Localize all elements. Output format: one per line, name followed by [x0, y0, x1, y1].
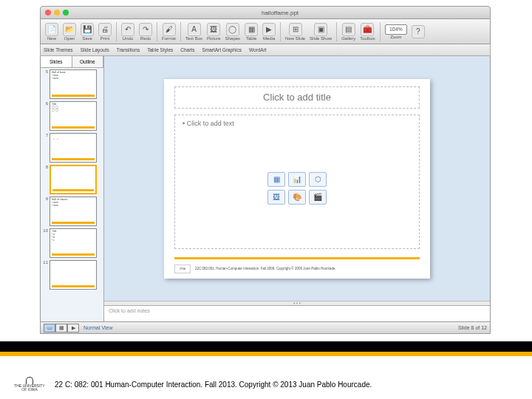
thumbnail-item[interactable]: 11: [42, 260, 102, 290]
slide-counter: Slide 8 of 12: [458, 325, 487, 330]
tab-table-styles[interactable]: Table Styles: [147, 47, 173, 52]
toolbox-icon: 🧰: [361, 23, 374, 36]
print-icon: 🖨: [98, 23, 112, 36]
content-icon-grid: ▦ 📊 ⬡ 🖼 🎨 🎬: [267, 171, 327, 204]
insert-picture-icon[interactable]: 🖼: [267, 189, 285, 204]
notes-placeholder[interactable]: Click to add notes: [104, 305, 490, 321]
document-title: halloffame.ppt: [75, 10, 485, 16]
tab-outline[interactable]: Outline: [72, 56, 104, 67]
canvas-area[interactable]: Click to add title • Click to add text ▦…: [104, 56, 490, 301]
insert-table-icon[interactable]: ▦: [267, 171, 285, 186]
thumbnail-item[interactable]: 10Title• a• b• c: [42, 228, 102, 258]
shapes-button[interactable]: ◯Shapes: [224, 23, 242, 41]
undo-button[interactable]: ↶Undo: [120, 23, 136, 41]
new-button[interactable]: 📄New: [44, 23, 60, 41]
toolbox-button[interactable]: 🧰Toolbox: [358, 23, 377, 41]
slideshow-icon: ▣: [314, 23, 327, 36]
window-titlebar: halloffame.ppt: [40, 6, 491, 19]
redo-button[interactable]: ↷Redo: [137, 23, 154, 41]
close-icon[interactable]: [45, 10, 51, 16]
insert-smartart-icon[interactable]: ⬡: [309, 171, 327, 186]
outer-black-bar: [0, 341, 532, 352]
tab-slides[interactable]: Slides: [41, 56, 72, 67]
insert-chart-icon[interactable]: 📊: [288, 171, 306, 186]
ribbon-toolbar: Slide Themes Slide Layouts Transitions T…: [40, 44, 491, 56]
tab-slide-layouts[interactable]: Slide Layouts: [81, 47, 109, 52]
slideshow-view-button[interactable]: ▶: [67, 324, 79, 332]
media-icon: ▶: [262, 23, 276, 36]
zoom-window-icon[interactable]: [63, 10, 69, 16]
zoom-control[interactable]: 104%Zoom: [383, 24, 409, 39]
view-buttons: ▭ ▦ ▶: [44, 324, 79, 332]
thumbnail-item[interactable]: 5Hall of fame• item• item: [42, 69, 102, 99]
body-placeholder[interactable]: • Click to add text ▦ 📊 ⬡ 🖼 🎨 🎬: [174, 115, 420, 249]
insert-clipart-icon[interactable]: 🎨: [288, 189, 306, 204]
undo-icon: ↶: [121, 23, 134, 36]
gallery-icon: ▤: [342, 23, 355, 36]
new-slide-button[interactable]: ⊞New Slide: [284, 23, 307, 41]
tab-smartart[interactable]: SmartArt Graphics: [202, 47, 241, 52]
thumbnail-list[interactable]: 5Hall of fame• item• item 6Title▢ ▢▢ ▢ 7…: [41, 68, 103, 321]
format-icon: 🖌: [163, 23, 176, 36]
tab-wordart[interactable]: WordArt: [249, 47, 267, 52]
window-controls: [45, 10, 69, 16]
shapes-icon: ◯: [226, 23, 239, 36]
iowa-logo-icon: IOWA: [174, 265, 191, 273]
table-button[interactable]: ▦Table: [243, 23, 259, 41]
save-button[interactable]: 💾Save: [79, 23, 95, 41]
thumbnail-item[interactable]: 6Title▢ ▢▢ ▢: [42, 101, 102, 131]
picture-button[interactable]: 🖼Picture: [205, 23, 222, 41]
zoom-value[interactable]: 104%: [385, 24, 407, 35]
print-button[interactable]: 🖨Print: [97, 23, 113, 41]
table-icon: ▦: [245, 23, 258, 36]
picture-icon: 🖼: [207, 23, 220, 36]
slide-footer-text: 22C:082:001. Human-Computer Interaction.…: [195, 267, 336, 270]
thumbnail-item[interactable]: 8: [42, 165, 102, 194]
body-placeholder-text: • Click to add text: [183, 120, 412, 127]
powerpoint-screenshot: halloffame.ppt 📄New 📂Open 💾Save 🖨Print ↶…: [40, 6, 491, 338]
textbox-button[interactable]: AText Box: [184, 23, 204, 41]
new-slide-icon: ⊞: [289, 23, 302, 36]
slide-panel: Slides Outline 5Hall of fame• item• item…: [41, 56, 104, 321]
gallery-button[interactable]: ▤Gallery: [340, 23, 357, 41]
help-button[interactable]: ?: [410, 25, 426, 38]
thumbnail-item[interactable]: 9Hall of shame• item• item: [42, 197, 102, 226]
tab-charts[interactable]: Charts: [180, 47, 194, 52]
media-button[interactable]: ▶Media: [261, 23, 277, 41]
save-icon: 💾: [81, 23, 94, 36]
help-icon: ?: [412, 25, 425, 38]
outer-gold-bar: [0, 352, 532, 356]
slide-accent-bar: [174, 257, 420, 259]
main-toolbar: 📄New 📂Open 💾Save 🖨Print ↶Undo ↷Redo 🖌For…: [40, 19, 491, 44]
outer-caption: 22 C: 082: 001 Human-Computer Interactio…: [55, 381, 372, 389]
edit-area: Click to add title • Click to add text ▦…: [104, 56, 490, 321]
tab-transitions[interactable]: Transitions: [117, 47, 140, 52]
format-button[interactable]: 🖌Format: [160, 23, 177, 41]
insert-media-icon[interactable]: 🎬: [309, 189, 327, 204]
sorter-view-button[interactable]: ▦: [55, 324, 67, 332]
slideshow-button[interactable]: ▣Slide Show: [308, 23, 333, 41]
normal-view-button[interactable]: ▭: [44, 324, 55, 332]
slide-footer: IOWA 22C:082:001. Human-Computer Interac…: [174, 264, 420, 274]
open-icon: 📂: [63, 23, 76, 36]
university-logo-icon: THE UNIVERSITY OF IOWA: [13, 374, 46, 395]
outer-footer: THE UNIVERSITY OF IOWA 22 C: 082: 001 Hu…: [0, 374, 532, 395]
title-placeholder[interactable]: Click to add title: [174, 86, 420, 109]
open-button[interactable]: 📂Open: [61, 23, 78, 41]
status-bar: ▭ ▦ ▶ Normal View Slide 8 of 12: [40, 322, 491, 334]
slide-canvas[interactable]: Click to add title • Click to add text ▦…: [164, 79, 430, 279]
textbox-icon: A: [188, 23, 201, 36]
thumbnail-item[interactable]: 7 ○ ○: [42, 133, 102, 163]
tab-slide-themes[interactable]: Slide Themes: [44, 47, 73, 52]
content-area: Slides Outline 5Hall of fame• item• item…: [40, 56, 491, 322]
new-icon: 📄: [45, 23, 58, 36]
panel-tabs: Slides Outline: [41, 56, 103, 68]
redo-icon: ↷: [139, 23, 152, 36]
view-label: Normal View: [83, 325, 113, 330]
minimize-icon[interactable]: [54, 10, 60, 16]
